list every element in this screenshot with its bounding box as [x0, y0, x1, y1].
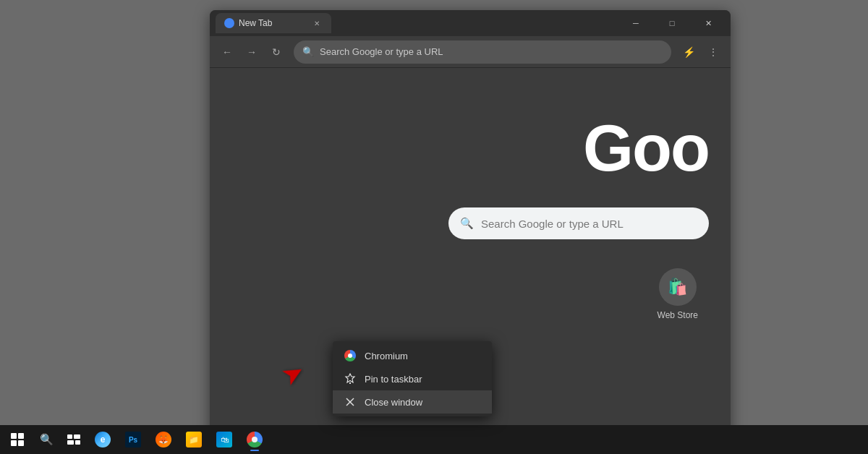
web-store-icon: 🛍️: [659, 268, 697, 306]
chromium-taskbar-icon: [247, 432, 263, 447]
svg-rect-0: [349, 382, 351, 384]
taskbar-firefox[interactable]: 🦊: [149, 427, 178, 453]
active-tab[interactable]: New Tab ✕: [216, 13, 331, 33]
file-explorer-icon: 📁: [186, 432, 202, 447]
window-close-button[interactable]: ✕: [692, 12, 725, 35]
menu-button[interactable]: ⋮: [703, 42, 723, 62]
taskbar: 🔍 e Ps 🦊 📁 🛍: [0, 425, 868, 454]
search-icon: 🔍: [40, 433, 54, 446]
taskbar-task-view-button[interactable]: [61, 427, 87, 453]
taskbar-edge[interactable]: e: [88, 427, 117, 453]
extensions-button[interactable]: ⚡: [678, 42, 699, 62]
desktop: New Tab ✕ ─ □ ✕ ← → ↻ 🔍 Search Google or…: [0, 0, 868, 454]
context-menu-item-close[interactable]: Close window: [333, 390, 492, 414]
svg-rect-6: [75, 440, 80, 445]
taskbar-search-button[interactable]: 🔍: [33, 427, 59, 453]
minimize-button[interactable]: ─: [619, 12, 652, 35]
maximize-button[interactable]: □: [655, 12, 689, 35]
task-view-icon: [67, 434, 80, 445]
windows-start-icon: [11, 433, 24, 446]
chrome-titlebar: New Tab ✕ ─ □ ✕: [210, 10, 731, 36]
context-menu-chromium-label: Chromium: [365, 351, 408, 361]
firefox-icon: 🦊: [156, 432, 171, 447]
omnibox-search-icon: 🔍: [302, 46, 314, 57]
web-store-shortcut[interactable]: 🛍️ Web Store: [658, 268, 698, 320]
taskbar-chromium[interactable]: [240, 427, 269, 453]
taskbar-store[interactable]: 🛍: [210, 427, 239, 453]
omnibox[interactable]: 🔍 Search Google or type a URL: [294, 40, 671, 64]
google-search-bar[interactable]: 🔍 Search Google or type a URL: [448, 207, 709, 239]
context-menu: Chromium Pin to taskbar Close window: [333, 341, 492, 416]
tab-favicon: [224, 18, 234, 28]
search-placeholder: Search Google or type a URL: [481, 218, 624, 230]
google-logo: Goo: [583, 111, 709, 186]
edge-icon: e: [95, 432, 111, 447]
microsoft-store-icon: 🛍: [216, 432, 232, 447]
pin-icon: [344, 373, 356, 385]
back-button[interactable]: ←: [217, 42, 237, 62]
taskbar-file-explorer[interactable]: 📁: [179, 427, 208, 453]
chromium-menu-icon: [344, 350, 356, 361]
chrome-toolbar: ← → ↻ 🔍 Search Google or type a URL ⚡ ⋮: [210, 36, 731, 68]
svg-rect-4: [74, 434, 80, 439]
search-icon: 🔍: [460, 217, 474, 230]
taskbar-photoshop[interactable]: Ps: [119, 427, 148, 453]
svg-rect-5: [67, 440, 74, 445]
reload-button[interactable]: ↻: [266, 42, 286, 62]
photoshop-icon: Ps: [125, 432, 141, 447]
titlebar-controls: ─ □ ✕: [619, 12, 725, 35]
context-menu-pin-label: Pin to taskbar: [365, 374, 422, 385]
close-x-icon: [344, 396, 356, 408]
context-menu-close-label: Close window: [365, 397, 422, 408]
start-button[interactable]: [3, 427, 32, 453]
forward-button[interactable]: →: [242, 42, 262, 62]
context-menu-item-chromium[interactable]: Chromium: [333, 344, 492, 367]
tab-strip: New Tab ✕: [216, 10, 616, 36]
tab-close-button[interactable]: ✕: [311, 17, 323, 29]
tab-label: New Tab: [239, 18, 272, 28]
chromium-icon: [344, 350, 356, 361]
svg-rect-3: [67, 434, 72, 439]
context-menu-item-pin[interactable]: Pin to taskbar: [333, 367, 492, 390]
web-store-label: Web Store: [658, 310, 698, 320]
omnibox-placeholder: Search Google or type a URL: [320, 46, 443, 57]
